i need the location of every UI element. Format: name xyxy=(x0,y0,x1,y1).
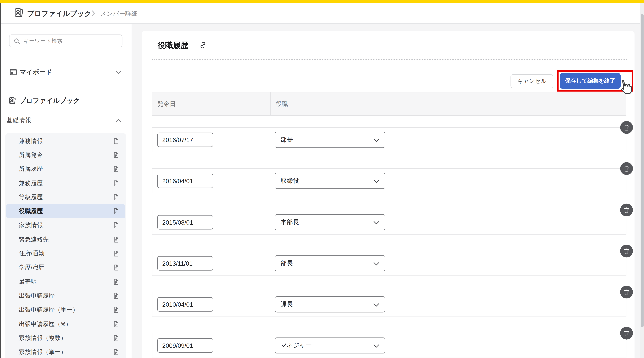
column-divider xyxy=(271,128,271,152)
sidebar-item-label: 所属発令 xyxy=(19,151,43,159)
position-select[interactable]: マネジャー xyxy=(275,338,385,354)
file-text-icon xyxy=(113,293,118,299)
file-blank-icon xyxy=(113,138,118,144)
column-header-position: 役職 xyxy=(276,100,288,108)
chevron-down-icon xyxy=(373,179,380,183)
position-select[interactable]: 本部長 xyxy=(275,214,385,230)
file-text-icon xyxy=(113,236,118,243)
table-row: 取締役 xyxy=(152,168,626,193)
sidebar-item-profilebook[interactable]: プロファイルブック xyxy=(0,94,132,108)
table-row: 部長 xyxy=(152,127,626,152)
sidebar-item[interactable]: 住所/通勤 xyxy=(6,247,125,261)
sidebar-item-myboard[interactable]: マイボード xyxy=(0,65,132,79)
file-text-icon xyxy=(113,265,118,271)
sidebar-item[interactable]: 出張申請履歴（単一） xyxy=(6,303,125,317)
keyword-search-box[interactable] xyxy=(9,34,122,47)
date-input[interactable] xyxy=(157,338,213,353)
table-row: 課長 xyxy=(152,292,626,317)
file-text-icon xyxy=(113,166,118,172)
sidebar-item-label: 所属履歴 xyxy=(19,165,43,173)
sidebar-item[interactable]: 学歴/職歴 xyxy=(6,261,125,275)
search-input[interactable] xyxy=(10,35,122,47)
sidebar-item-label: 出張申請履歴（※） xyxy=(19,320,72,328)
sidebar-item[interactable]: 出張申請履歴 xyxy=(6,289,125,303)
delete-row-button[interactable] xyxy=(620,121,633,134)
file-text-icon xyxy=(113,349,118,355)
sidebar-item[interactable]: 所属履歴 xyxy=(6,162,125,176)
sidebar-item-label: 学歴/職歴 xyxy=(19,264,44,271)
hand-cursor-icon xyxy=(616,78,633,96)
date-input[interactable] xyxy=(157,215,213,229)
position-select[interactable]: 課長 xyxy=(275,296,385,312)
chevron-up-icon xyxy=(116,119,121,122)
sidebar-item[interactable]: 所属発令 xyxy=(6,148,125,162)
chevron-down-icon xyxy=(373,344,380,348)
date-input[interactable] xyxy=(157,297,213,312)
file-text-icon xyxy=(113,152,118,158)
file-text-icon xyxy=(113,194,118,200)
delete-row-button[interactable] xyxy=(620,204,633,216)
position-select-value: マネジャー xyxy=(280,342,312,349)
myboard-label: マイボード xyxy=(20,68,52,76)
sidebar-item[interactable]: 兼務履歴 xyxy=(6,176,125,190)
sidebar-item[interactable]: 家族情報（単一） xyxy=(6,345,125,358)
chevron-down-icon xyxy=(373,221,380,225)
file-text-icon xyxy=(113,208,118,214)
column-divider xyxy=(271,251,271,276)
date-input[interactable] xyxy=(157,133,213,147)
sidebar-item[interactable]: 出張申請履歴（※） xyxy=(6,317,125,331)
delete-row-button[interactable] xyxy=(620,327,633,340)
sidebar-item[interactable]: 家族情報 xyxy=(6,218,125,232)
sidebar: マイボード プロファイルブック 基礎情報 兼務情報 所属発令 xyxy=(0,23,132,358)
position-select[interactable]: 部長 xyxy=(275,132,385,148)
sidebar-item[interactable]: 兼務情報 xyxy=(6,134,125,148)
sidebar-item[interactable]: 等級履歴 xyxy=(6,190,125,204)
file-text-icon xyxy=(113,279,118,285)
cancel-button[interactable]: キャンセル xyxy=(510,74,553,88)
basic-info-label: 基礎情報 xyxy=(6,116,31,124)
profilebook-label: プロファイルブック xyxy=(19,97,80,105)
app-header: プロファイルブック メンバー詳細 xyxy=(0,3,644,24)
date-input[interactable] xyxy=(157,256,213,271)
sidebar-item-label: 出張申請履歴 xyxy=(19,292,54,300)
date-input[interactable] xyxy=(157,174,213,188)
sidebar-item-label: 家族情報（単一） xyxy=(19,348,66,356)
scrollbar-thumb[interactable] xyxy=(641,14,643,327)
sidebar-item[interactable]: 最寄駅 xyxy=(6,275,125,289)
trash-icon xyxy=(624,248,630,254)
vertical-scrollbar[interactable] xyxy=(640,3,644,358)
delete-row-button[interactable] xyxy=(620,286,633,299)
column-divider xyxy=(271,292,271,317)
table-row: 部長 xyxy=(152,251,626,276)
page-title: 役職履歴 xyxy=(157,40,188,51)
trash-icon xyxy=(624,207,630,213)
column-divider xyxy=(271,169,271,193)
sidebar-item[interactable]: 緊急連絡先 xyxy=(6,232,125,246)
delete-row-button[interactable] xyxy=(620,162,633,175)
trash-icon xyxy=(624,165,630,172)
position-select-value: 部長 xyxy=(280,259,293,267)
table-header-row: 発令日 役職 xyxy=(152,92,626,116)
trash-icon xyxy=(624,124,630,131)
breadcrumb-app-title[interactable]: プロファイルブック xyxy=(27,9,91,18)
position-select-value: 本部長 xyxy=(280,218,299,226)
position-select[interactable]: 取締役 xyxy=(275,173,385,189)
trash-icon xyxy=(624,289,630,295)
sidebar-item-label: 住所/通勤 xyxy=(19,250,44,257)
position-select[interactable]: 部長 xyxy=(275,255,385,271)
delete-row-button[interactable] xyxy=(620,245,633,257)
sidebar-item-selected[interactable]: 役職履歴 xyxy=(6,204,125,218)
link-icon[interactable] xyxy=(199,41,207,49)
sidebar-item[interactable]: 家族情報（複数） xyxy=(6,331,125,345)
sidebar-section-basic-info[interactable]: 基礎情報 xyxy=(0,113,132,127)
profile-book-icon xyxy=(14,7,25,19)
board-icon xyxy=(10,69,17,75)
sidebar-divider xyxy=(0,87,132,87)
column-header-date: 発令日 xyxy=(157,100,176,108)
save-and-finish-button[interactable]: 保存して編集を終了 xyxy=(560,73,620,89)
section-divider xyxy=(152,59,627,59)
file-text-icon xyxy=(113,335,118,341)
file-text-icon xyxy=(113,222,118,228)
table-row: 本部長 xyxy=(152,210,626,235)
app-window: プロファイルブック メンバー詳細 マイボード xyxy=(0,0,644,358)
